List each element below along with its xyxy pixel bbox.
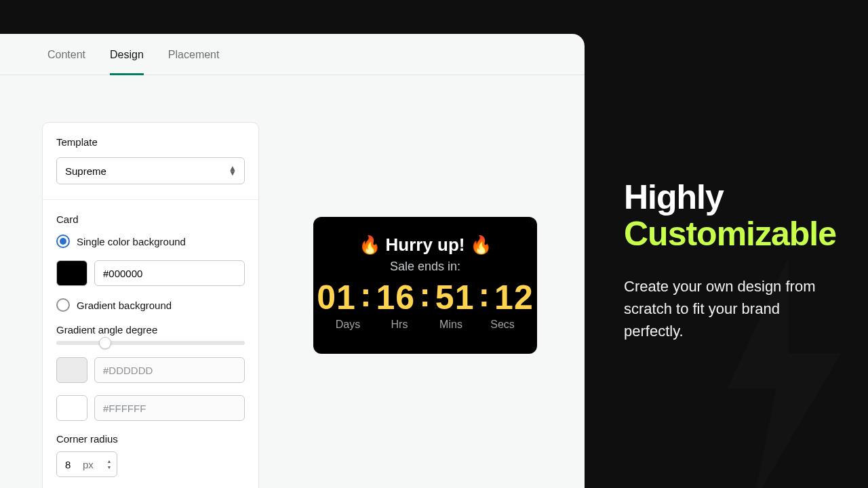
countdown-preview: 🔥 Hurry up! 🔥 Sale ends in: 01:16:51:12 …: [313, 217, 537, 354]
corner-radius-label: Corner radius: [56, 433, 245, 445]
hero-line2: Customizable: [624, 216, 841, 252]
tab-content[interactable]: Content: [47, 49, 85, 75]
template-label: Template: [56, 136, 245, 148]
editor-panel: Content Design Placement Template Suprem…: [0, 34, 585, 488]
single-color-label: Single color background: [77, 236, 186, 247]
select-updown-icon: ▲▼: [229, 166, 237, 176]
single-color-swatch[interactable]: [56, 260, 87, 286]
angle-slider[interactable]: [56, 341, 245, 345]
tab-design[interactable]: Design: [110, 49, 144, 75]
card-section-title: Card: [56, 214, 245, 225]
radio-gradient[interactable]: Gradient background: [56, 298, 245, 312]
unit-label: px: [83, 459, 94, 470]
hero-copy: Highly Customizable Create your own desi…: [624, 179, 841, 342]
properties-card: Template Supreme ▲▼ Card Single color ba…: [42, 122, 259, 488]
gradient-hex-1-input[interactable]: [94, 357, 245, 383]
hero-body: Create your own design from scratch to f…: [624, 275, 841, 342]
radio-icon: [56, 298, 70, 312]
preview-subtitle: Sale ends in:: [390, 260, 460, 274]
angle-label: Gradient angle degree: [56, 324, 245, 336]
tab-placement[interactable]: Placement: [168, 49, 220, 75]
angle-slider-thumb[interactable]: [99, 337, 111, 349]
template-select[interactable]: Supreme: [56, 157, 245, 184]
single-color-hex-input[interactable]: [94, 260, 245, 286]
gradient-swatch-2[interactable]: [56, 395, 87, 421]
corner-radius-value: 8: [65, 459, 79, 470]
gradient-label: Gradient background: [77, 300, 172, 311]
hero-line1: Highly: [624, 178, 724, 216]
tabs: Content Design Placement: [0, 34, 585, 75]
corner-radius-input[interactable]: 8 px ▲▼: [56, 451, 117, 477]
gradient-swatch-1[interactable]: [56, 357, 87, 383]
radio-single-color[interactable]: Single color background: [56, 235, 245, 248]
gradient-hex-2-input[interactable]: [94, 395, 245, 421]
stepper-icon[interactable]: ▲▼: [104, 455, 114, 474]
preview-units: Days Hrs Mins Secs: [331, 319, 519, 331]
preview-title: 🔥 Hurry up! 🔥: [359, 235, 491, 256]
preview-timer: 01:16:51:12: [317, 278, 533, 317]
radio-icon: [56, 235, 70, 248]
template-value: Supreme: [65, 165, 106, 177]
